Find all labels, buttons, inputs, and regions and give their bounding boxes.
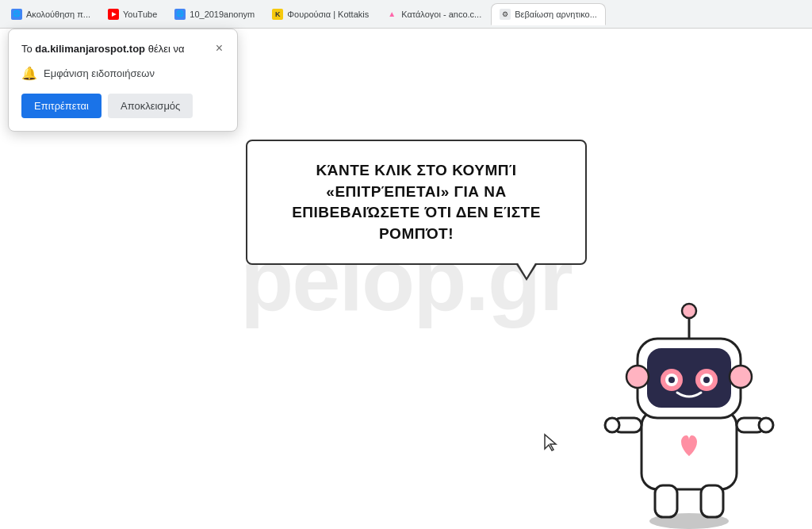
tab-kottakis[interactable]: K Φουρούσια | Kottakis <box>264 3 377 25</box>
tab-label-follow: Ακολούθηση π... <box>26 10 90 19</box>
tab-favicon-youtube: ▶ <box>108 9 119 20</box>
svg-point-17 <box>730 366 752 388</box>
tab-label-youtube: YouTube <box>123 10 157 19</box>
mouse-cursor <box>543 433 559 455</box>
svg-point-16 <box>626 366 649 388</box>
notification-popup: Το da.kilimanjarospot.top θέλει να × 🔔 Ε… <box>8 29 238 132</box>
svg-rect-9 <box>647 348 731 408</box>
speech-bubble-text: ΚΆΝΤΕ ΚΛΙΚ ΣΤΟ ΚΟΥΜΠΊ «ΕΠΙΤΡΈΠΕΤΑΙ» ΓΙΑ … <box>292 162 541 242</box>
tab-follow[interactable]: 🌐 Ακολούθηση π... <box>3 3 98 25</box>
popup-notification-text: Εμφάνιση ειδοποιήσεων <box>44 67 155 79</box>
popup-buttons: Επιτρέπεται Αποκλεισμός <box>21 94 224 118</box>
tab-verify[interactable]: ⚙ Βεβαίωση αρνητικο... <box>491 3 606 25</box>
tab-favicon-verify: ⚙ <box>500 9 511 20</box>
popup-title-suffix: θέλει να <box>145 43 184 55</box>
speech-bubble: ΚΆΝΤΕ ΚΛΙΚ ΣΤΟ ΚΟΥΜΠΊ «ΕΠΙΤΡΈΠΕΤΑΙ» ΓΙΑ … <box>246 140 587 265</box>
tab-label-verify: Βεβαίωση αρνητικο... <box>515 10 597 19</box>
popup-title: Το da.kilimanjarospot.top θέλει να <box>21 42 214 56</box>
block-button[interactable]: Αποκλεισμός <box>108 94 193 118</box>
svg-rect-6 <box>655 485 677 517</box>
popup-domain: da.kilimanjarospot.top <box>35 43 145 55</box>
tab-favicon-follow: 🌐 <box>11 9 22 20</box>
tab-label-anco: Κατάλογοι - anco.c... <box>401 10 481 19</box>
tab-label-kottakis: Φουρούσια | Kottakis <box>287 10 369 19</box>
svg-point-19 <box>682 304 696 318</box>
popup-header: Το da.kilimanjarospot.top θέλει να × <box>21 42 224 56</box>
speech-bubble-container: ΚΆΝΤΕ ΚΛΙΚ ΣΤΟ ΚΟΥΜΠΊ «ΕΠΙΤΡΈΠΕΤΑΙ» ΓΙΑ … <box>246 140 587 265</box>
allow-button[interactable]: Επιτρέπεται <box>21 94 102 118</box>
tab-favicon-kottakis: K <box>272 9 283 20</box>
svg-point-15 <box>703 377 710 383</box>
popup-notification-row: 🔔 Εμφάνιση ειδοποιήσεων <box>21 66 224 81</box>
tab-favicon-anonym: 🌐 <box>174 9 186 20</box>
svg-rect-7 <box>701 485 723 517</box>
popup-title-prefix: Το <box>21 43 35 55</box>
popup-close-button[interactable]: × <box>214 42 224 55</box>
browser-tab-bar: 🌐 Ακολούθηση π... ▶ YouTube 🌐 10_2019ano… <box>0 0 812 29</box>
tab-label-anonym: 10_2019anonym <box>190 10 255 19</box>
svg-point-12 <box>668 377 675 383</box>
tab-anonym[interactable]: 🌐 10_2019anonym <box>167 3 262 25</box>
robot-character <box>598 259 780 529</box>
svg-point-5 <box>759 418 773 432</box>
tab-favicon-anco: ▲ <box>386 9 397 20</box>
tab-youtube[interactable]: ▶ YouTube <box>100 3 165 25</box>
bell-icon: 🔔 <box>21 66 37 81</box>
svg-point-3 <box>605 418 619 432</box>
tab-anco[interactable]: ▲ Κατάλογοι - anco.c... <box>378 3 489 25</box>
